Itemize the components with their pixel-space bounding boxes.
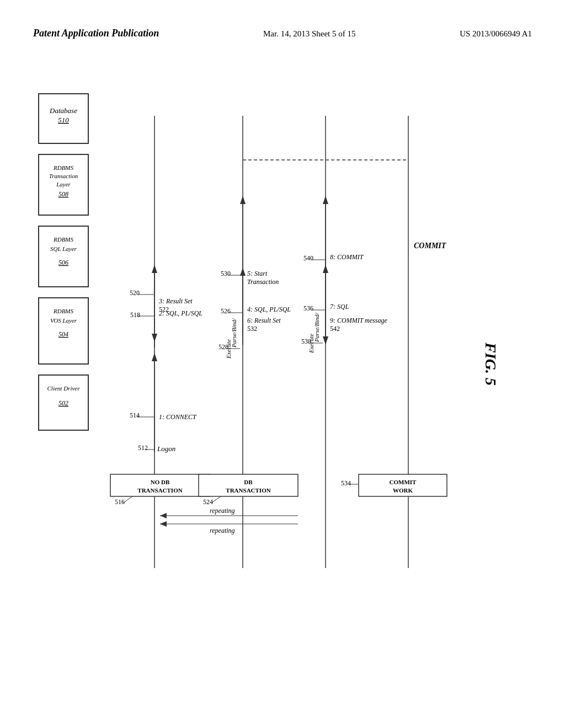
svg-text:536: 536 <box>303 304 313 312</box>
svg-text:9: COMMIT message: 9: COMMIT message <box>330 317 387 324</box>
svg-text:VOS Layer: VOS Layer <box>50 317 77 324</box>
svg-text:7: SQL: 7: SQL <box>330 303 349 311</box>
svg-text:COMMIT: COMMIT <box>414 242 447 250</box>
svg-text:DB: DB <box>244 479 253 485</box>
svg-marker-25 <box>152 353 157 361</box>
svg-text:526: 526 <box>221 307 231 315</box>
svg-text:524: 524 <box>203 498 213 506</box>
svg-marker-74 <box>160 521 167 527</box>
svg-marker-77 <box>323 196 328 204</box>
svg-text:534: 534 <box>341 479 351 487</box>
header: Patent Application Publication Mar. 14, … <box>0 28 565 39</box>
svg-text:Database: Database <box>49 106 77 115</box>
svg-text:514: 514 <box>130 411 140 419</box>
svg-marker-91 <box>323 336 328 345</box>
svg-text:RDBMS: RDBMS <box>53 236 74 243</box>
svg-text:502: 502 <box>58 399 68 407</box>
svg-text:6: Result Set: 6: Result Set <box>247 317 281 324</box>
svg-text:518: 518 <box>130 311 140 319</box>
svg-text:516: 516 <box>115 498 125 506</box>
diagram-svg: Database 510 RDBMS Transaction Layer 508… <box>33 88 508 629</box>
svg-text:5: Start: 5: Start <box>247 270 268 277</box>
svg-text:4: SQL, PL/SQL: 4: SQL, PL/SQL <box>247 306 291 313</box>
svg-marker-38 <box>152 265 157 273</box>
svg-marker-59 <box>240 267 246 276</box>
svg-text:Layer: Layer <box>56 181 71 188</box>
svg-text:WORK: WORK <box>393 487 413 494</box>
svg-text:3: Result Set: 3: Result Set <box>158 297 193 305</box>
svg-text:8: COMMIT: 8: COMMIT <box>330 253 364 261</box>
svg-text:repeating: repeating <box>210 527 235 534</box>
svg-text:RDBMS: RDBMS <box>53 308 74 314</box>
svg-marker-86 <box>323 265 328 273</box>
publication-title: Patent Application Publication <box>33 28 159 39</box>
svg-text:RDBMS: RDBMS <box>53 164 74 171</box>
svg-marker-49 <box>240 196 246 204</box>
svg-text:522: 522 <box>159 306 169 313</box>
svg-text:TRANSACTION: TRANSACTION <box>137 487 182 494</box>
svg-text:528: 528 <box>218 343 228 351</box>
svg-text:530: 530 <box>221 270 231 277</box>
svg-text:1: CONNECT: 1: CONNECT <box>159 413 197 421</box>
svg-text:Client Driver: Client Driver <box>47 385 81 392</box>
svg-text:538: 538 <box>301 338 311 345</box>
svg-text:532: 532 <box>247 325 257 333</box>
svg-text:SQL Layer: SQL Layer <box>50 245 77 252</box>
diagram-container: Database 510 RDBMS Transaction Layer 508… <box>33 88 519 629</box>
svg-text:506: 506 <box>58 259 68 266</box>
svg-text:508: 508 <box>58 190 68 198</box>
svg-text:COMMIT: COMMIT <box>390 479 417 485</box>
svg-rect-8 <box>39 226 88 287</box>
svg-marker-71 <box>160 513 167 518</box>
svg-text:Transaction: Transaction <box>49 173 78 179</box>
svg-text:540: 540 <box>303 254 313 262</box>
svg-text:520: 520 <box>130 289 140 297</box>
svg-text:510: 510 <box>58 116 69 124</box>
svg-text:512: 512 <box>138 444 148 452</box>
publication-date: Mar. 14, 2013 Sheet 5 of 15 <box>263 29 355 39</box>
publication-number: US 2013/0066949 A1 <box>460 29 532 39</box>
svg-text:Transaction: Transaction <box>247 278 279 286</box>
svg-text:542: 542 <box>330 325 340 333</box>
svg-text:repeating: repeating <box>210 507 235 515</box>
svg-text:504: 504 <box>58 330 68 338</box>
svg-text:Logon: Logon <box>157 445 175 453</box>
svg-text:TRANSACTION: TRANSACTION <box>226 487 270 494</box>
page: Patent Application Publication Mar. 14, … <box>0 0 565 728</box>
svg-marker-43 <box>152 334 157 342</box>
svg-text:NO DB: NO DB <box>151 479 170 485</box>
svg-text:FIG. 5: FIG. 5 <box>482 342 499 386</box>
